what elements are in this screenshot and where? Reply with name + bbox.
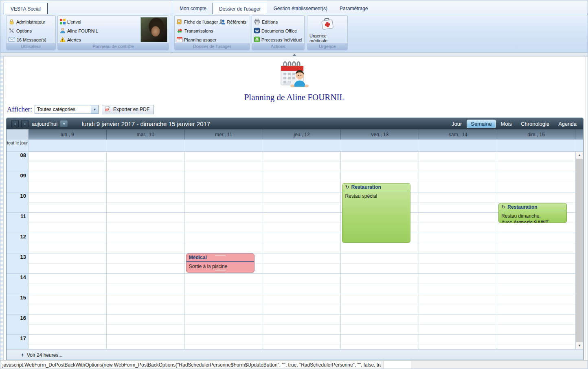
- event-description: Sortie à la piscine: [186, 262, 254, 271]
- all-day-cell[interactable]: [497, 140, 575, 151]
- tab-dossier-usager[interactable]: Dossier de l'usager: [213, 3, 267, 14]
- all-day-cell[interactable]: [263, 140, 341, 151]
- event-description: Restau dimanche. Avec Avmeric SAINT CLAI…: [499, 211, 566, 223]
- day-column-dim[interactable]: ↻ Restauration Restau dimanche. Avec Avm…: [497, 152, 575, 349]
- planning-calendar-person-icon: [279, 60, 310, 94]
- all-day-cell[interactable]: [29, 140, 107, 151]
- lock-icon: [9, 19, 15, 26]
- ribbon-tab-bar: VESTA Social Mon compte Dossier de l'usa…: [0, 0, 588, 14]
- date-range-title: lundi 9 janvier 2017 - dimanche 15 janvi…: [82, 120, 210, 127]
- day-header-mer[interactable]: mer., 11: [185, 129, 263, 140]
- day-header-jeu[interactable]: jeu., 12: [263, 129, 341, 140]
- person-icon: [60, 28, 66, 34]
- scheduler: ‹ › aujourd'hui ▼ lundi 9 janvier 2017 -…: [6, 118, 584, 360]
- all-day-cell[interactable]: [419, 140, 497, 151]
- day-header-dim[interactable]: dim., 15: [497, 129, 575, 140]
- app-menu-tab[interactable]: VESTA Social: [4, 3, 48, 14]
- options-button[interactable]: Options: [9, 26, 53, 35]
- collapse-grip-icon[interactable]: [292, 53, 297, 56]
- event-category: Restauration: [351, 184, 381, 190]
- documents-office-button[interactable]: W Documents Office: [254, 26, 302, 35]
- show-24-hours-label: Voir 24 heures...: [27, 352, 62, 358]
- show-24-hours-button[interactable]: ▲▼ Voir 24 heures...: [7, 349, 583, 360]
- next-week-button[interactable]: ›: [21, 120, 29, 127]
- group-label-panneau: Panneau de contrôle: [58, 43, 169, 50]
- page-title: Planning de Aline FOURNIL: [0, 92, 588, 103]
- time-grid: 08 09 10 11 12 13 14 15 16 17 Médical So…: [7, 152, 583, 349]
- day-column-mar[interactable]: [107, 152, 185, 349]
- tab-gestion-etablissements[interactable]: Gestion établissement(s): [267, 3, 333, 14]
- status-bar: javascript:WebForm_DoPostBackWithOptions…: [0, 360, 588, 369]
- tab-mon-compte[interactable]: Mon compte: [173, 3, 213, 14]
- header-cap: [575, 129, 583, 140]
- view-semaine-button[interactable]: Semaine: [467, 120, 496, 128]
- event-restauration-vendredi[interactable]: ↻ Restauration Restau spécial: [342, 183, 410, 243]
- group-label-urgence: Urgence: [307, 43, 347, 50]
- ribbon-group-urgence: Urgence médicale Urgence: [307, 15, 348, 50]
- recurrence-icon: ↻: [345, 184, 349, 190]
- export-pdf-label: Exporter en PDF: [113, 107, 149, 112]
- urgence-medicale-button[interactable]: Urgence médicale: [307, 16, 347, 45]
- tools-icon: [9, 28, 15, 35]
- day-header-ven[interactable]: ven., 13: [341, 129, 419, 140]
- day-header-sam[interactable]: sam., 14: [419, 129, 497, 140]
- status-segment: [384, 361, 411, 369]
- tab-parametrage[interactable]: Paramétrage: [333, 3, 374, 14]
- fiche-usager-button[interactable]: Fiche de l'usager: [177, 17, 219, 26]
- day-column-lun[interactable]: [29, 152, 107, 349]
- day-header-mar[interactable]: mar., 10: [107, 129, 185, 140]
- view-mois-button[interactable]: Mois: [497, 120, 516, 128]
- editions-button[interactable]: Editions: [254, 17, 302, 26]
- ribbon-collapse-strip: [0, 52, 588, 57]
- today-dropdown-icon[interactable]: ▼: [60, 120, 68, 127]
- hour-label: 10: [7, 192, 28, 213]
- event-restauration-dimanche[interactable]: ↻ Restauration Restau dimanche. Avec Avm…: [498, 203, 567, 223]
- all-day-cell[interactable]: [185, 140, 263, 151]
- all-day-cell[interactable]: [341, 140, 419, 151]
- transmissions-button[interactable]: Transmissions: [177, 26, 248, 35]
- event-medical[interactable]: Médical Sortie à la piscine: [186, 253, 255, 273]
- day-header-lun[interactable]: lun., 9: [29, 129, 107, 140]
- today-button[interactable]: aujourd'hui: [32, 121, 57, 127]
- category-select[interactable]: Toutes catégories ▼: [35, 105, 99, 114]
- app-title: VESTA Social: [11, 6, 41, 12]
- header-corner: [7, 129, 29, 140]
- all-day-cell[interactable]: [107, 140, 185, 151]
- scroll-up-icon[interactable]: ▲: [576, 152, 583, 159]
- view-jour-button[interactable]: Jour: [448, 120, 466, 128]
- resize-handle-bottom[interactable]: [215, 270, 226, 271]
- day-column-jeu[interactable]: [263, 152, 341, 349]
- view-chronologie-button[interactable]: Chronologie: [517, 120, 553, 128]
- chevron-down-icon[interactable]: ▼: [91, 105, 98, 114]
- resize-handle-top[interactable]: [215, 255, 226, 257]
- app-grid-icon: [60, 19, 66, 25]
- hour-label: 16: [7, 314, 28, 335]
- word-icon: W: [254, 28, 260, 34]
- view-agenda-button[interactable]: Agenda: [554, 120, 581, 128]
- scroll-down-icon[interactable]: ▼: [576, 342, 583, 349]
- hour-label: 14: [7, 274, 28, 294]
- status-link-text: javascript:WebForm_DoPostBackWithOptions…: [0, 361, 381, 369]
- referents-button[interactable]: Référents: [219, 17, 248, 26]
- day-column-sam[interactable]: [419, 152, 497, 349]
- svg-text:W: W: [255, 29, 259, 33]
- event-category: Restauration: [507, 204, 537, 210]
- day-column-ven[interactable]: ↻ Restauration Restau spécial: [341, 152, 419, 349]
- all-day-label: tout le jour: [7, 140, 29, 151]
- prev-week-button[interactable]: ‹: [11, 120, 19, 127]
- all-day-cap: [575, 140, 583, 151]
- warning-icon: [60, 37, 66, 43]
- day-column-mer[interactable]: Médical Sortie à la piscine: [185, 152, 263, 349]
- hour-label: 08: [7, 152, 28, 172]
- hour-label: 13: [7, 253, 28, 274]
- filter-label: Afficher:: [7, 105, 32, 114]
- printer-icon: [254, 19, 260, 25]
- vertical-scrollbar[interactable]: ▲ ▼: [575, 152, 583, 349]
- calendar-icon: [177, 37, 182, 43]
- export-pdf-button[interactable]: PDF Exporter en PDF: [102, 105, 154, 114]
- day-header-row: lun., 9 mar., 10 mer., 11 jeu., 12 ven.,…: [7, 129, 583, 140]
- view-switcher: Jour Semaine Mois Chronologie Agenda: [448, 120, 581, 128]
- scrollbar-thumb[interactable]: [576, 159, 583, 342]
- administrateur-button[interactable]: Administrateur: [9, 17, 53, 26]
- ribbon-group-dossier-usager: Fiche de l'usager Référents Transmission…: [174, 15, 250, 50]
